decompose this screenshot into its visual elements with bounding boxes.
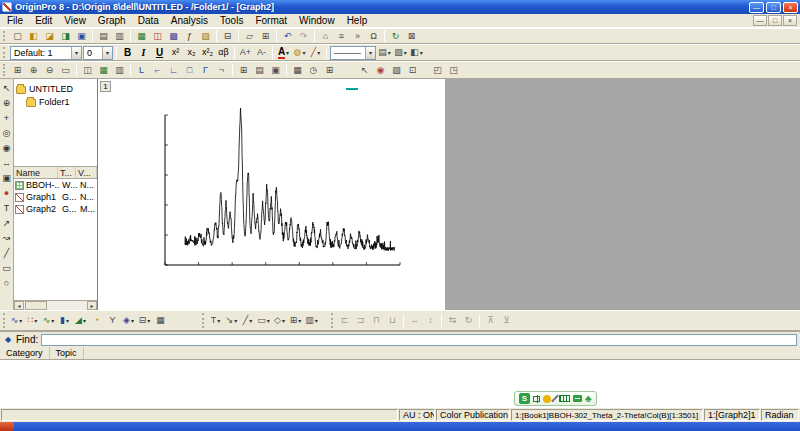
pie-chart-button[interactable]: ◔ [89, 314, 104, 328]
pointer-mode-button[interactable]: ↖ [357, 63, 372, 77]
tree-item-untitled[interactable]: UNTITLED [16, 82, 95, 95]
layer-button[interactable]: 1 [100, 81, 111, 92]
project-item-bboh[interactable]: BBOH-... W... N... [14, 179, 97, 191]
apply-format-button[interactable]: ◧▾ [409, 46, 424, 60]
left-axis-button[interactable]: L [134, 63, 149, 77]
toolbox-icon[interactable] [573, 395, 582, 402]
right-axis-button[interactable]: ¬ [214, 63, 229, 77]
menu-file[interactable]: File [1, 15, 29, 26]
greek-button[interactable]: αβ [216, 46, 231, 60]
save-icon[interactable]: ▣ [74, 29, 89, 43]
mdi-close-button[interactable]: × [783, 15, 797, 26]
scroll-left-button[interactable]: ◂ [14, 301, 24, 310]
data-selector-tool[interactable]: ↔ [0, 156, 13, 170]
project-item-graph1[interactable]: Graph1 G... N... [14, 191, 97, 203]
italic-button[interactable]: I [136, 46, 151, 60]
send-back-button[interactable]: ⊻ [499, 314, 514, 328]
layer-manager-button[interactable]: ▤ [252, 63, 267, 77]
column-header-view[interactable]: V... [76, 167, 97, 178]
rectangle-tool[interactable]: ▭ [0, 261, 13, 275]
import-wizard-icon[interactable]: ▤ [96, 29, 111, 43]
find-input[interactable] [41, 334, 797, 346]
table-button[interactable]: ⊞ [322, 63, 337, 77]
3d-plot-button[interactable]: ◈▾ [121, 314, 136, 328]
menu-format[interactable]: Format [249, 15, 293, 26]
grid-button[interactable]: ▦ [290, 63, 305, 77]
chevron-down-icon[interactable]: ▾ [365, 47, 375, 59]
align-right-button[interactable]: ⊐ [353, 314, 368, 328]
copy-icon[interactable]: ▱ [242, 29, 257, 43]
category-header[interactable]: Category [0, 347, 50, 359]
align-bottom-button[interactable]: ⊔ [385, 314, 400, 328]
text-tool[interactable]: T [0, 201, 13, 215]
ime-toolbar[interactable]: S ♣ [514, 391, 597, 406]
new-function-icon[interactable]: ƒ [182, 29, 197, 43]
fill-color-button[interactable]: ◍▾ [292, 46, 307, 60]
new-matrix-icon[interactable]: ▩ [166, 29, 181, 43]
horizontal-scrollbar[interactable]: ◂ ▸ [14, 300, 97, 310]
menu-view[interactable]: View [58, 15, 92, 26]
double-y-plot-button[interactable]: Y [105, 314, 120, 328]
template-library-button[interactable]: ▦ [153, 314, 168, 328]
increase-font-button[interactable]: A+ [238, 46, 253, 60]
bottom-axis-button[interactable]: ∟ [166, 63, 181, 77]
uniform-height-button[interactable]: ↕ [423, 314, 438, 328]
code-builder-icon[interactable]: Ω [366, 29, 381, 43]
import-ascii-icon[interactable]: ▥ [112, 29, 127, 43]
add-layer-button[interactable]: ⊞ [236, 63, 251, 77]
mask-data-button[interactable]: ◉ [373, 63, 388, 77]
close-button[interactable]: × [783, 2, 798, 13]
whole-page-button[interactable]: ▭ [58, 63, 73, 77]
snap-grid-button[interactable]: ⊡ [405, 63, 420, 77]
circle-tool[interactable]: ○ [0, 276, 13, 290]
line-plot-button[interactable]: ∿▾ [9, 314, 24, 328]
pointer-tool[interactable]: ↖ [0, 81, 13, 95]
uniform-width-button[interactable]: ↔ [407, 314, 422, 328]
start-button[interactable] [0, 422, 14, 431]
legend-line-sample[interactable] [346, 88, 358, 90]
box-axes-button[interactable]: □ [182, 63, 197, 77]
redo-icon[interactable]: ↷ [296, 29, 311, 43]
zoom-panel-button[interactable]: ◰ [430, 63, 445, 77]
line-symbol-plot-button[interactable]: ∿▾ [41, 314, 56, 328]
keyboard-icon[interactable] [559, 395, 570, 402]
mdi-minimize-button[interactable]: — [753, 15, 767, 26]
menu-data[interactable]: Data [132, 15, 165, 26]
new-folder-icon[interactable]: ◧ [26, 29, 41, 43]
topic-header[interactable]: Topic [50, 347, 84, 359]
project-item-graph2[interactable]: Graph2 G... M... [14, 203, 97, 215]
menu-window[interactable]: Window [293, 15, 341, 26]
duplicate-window-button[interactable]: ◫ [80, 63, 95, 77]
selection-on-plot-tool[interactable]: ▣ [0, 171, 13, 185]
toolbar-grip[interactable] [202, 313, 205, 328]
open-icon[interactable]: ◪ [42, 29, 57, 43]
new-legend-button[interactable]: ▣ [268, 63, 283, 77]
results-log-icon[interactable]: ≡ [334, 29, 349, 43]
subscript-button[interactable]: x₂ [184, 46, 199, 60]
graph-page[interactable]: 1 [98, 79, 445, 310]
data-reader-tool[interactable]: ◉ [0, 141, 13, 155]
pen-icon[interactable] [551, 395, 559, 403]
add-table-button[interactable]: ⊞▾ [288, 314, 303, 328]
rescale-button[interactable]: ⊞ [10, 63, 25, 77]
line-style-combo[interactable]: ——— ▾ [330, 46, 376, 60]
chevron-down-icon[interactable]: ▾ [102, 47, 112, 59]
plant-icon[interactable]: ♣ [585, 394, 592, 404]
add-polygon-button[interactable]: ◇▾ [272, 314, 287, 328]
menu-help[interactable]: Help [341, 15, 374, 26]
clock-button[interactable]: ◷ [306, 63, 321, 77]
sogou-logo-icon[interactable]: S [519, 393, 530, 404]
column-header-name[interactable]: Name [14, 167, 58, 178]
color-scale-button[interactable]: ▥▾ [304, 314, 319, 328]
add-arrow-button[interactable]: ↘▾ [224, 314, 239, 328]
new-notes-icon[interactable]: ▨ [198, 29, 213, 43]
fill-pattern-button[interactable]: ▨▾ [393, 46, 408, 60]
menu-tools[interactable]: Tools [214, 15, 249, 26]
merge-graph-button[interactable]: ▦ [96, 63, 111, 77]
print-icon[interactable]: ⊟ [220, 29, 235, 43]
toolbar-grip[interactable] [3, 31, 6, 41]
screen-reader-tool[interactable]: ◎ [0, 126, 13, 140]
zoom-in-tool[interactable]: ⊕ [0, 96, 13, 110]
font-size-combo[interactable]: 0 ▾ [83, 46, 113, 60]
line-tool[interactable]: ╱ [0, 246, 13, 260]
